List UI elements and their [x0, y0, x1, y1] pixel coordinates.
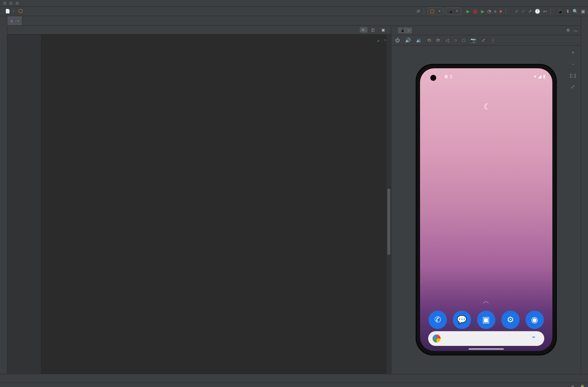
- more-icon[interactable]: ⋮: [491, 37, 495, 43]
- camera-cutout: [430, 75, 436, 81]
- zoom-fit-icon[interactable]: 1:1: [569, 73, 576, 79]
- dock-hint-icon[interactable]: ︿: [420, 297, 552, 305]
- coverage-icon[interactable]: ▶: [481, 9, 484, 14]
- chevron-down-icon: ▼: [456, 10, 459, 13]
- view-code-button[interactable]: ≡: [360, 27, 368, 33]
- min-dot[interactable]: [9, 1, 13, 5]
- emulator-device-tab[interactable]: 📱 ×: [398, 28, 412, 33]
- left-tool-strip: [0, 16, 7, 374]
- volume-down-icon[interactable]: 🔉: [416, 37, 422, 43]
- close-icon[interactable]: ×: [17, 19, 19, 23]
- notification-icon: ◍: [444, 74, 448, 79]
- emulator-header: 📱 × ⚙ —: [391, 26, 581, 35]
- git-rollback-icon[interactable]: ↩: [543, 9, 547, 14]
- gesture-bar[interactable]: [469, 348, 504, 350]
- battery-icon: ▮: [543, 74, 546, 79]
- google-icon: [433, 334, 441, 343]
- device-select[interactable]: 📱 ▼: [446, 8, 461, 15]
- git-branch[interactable]: ⎇: [569, 384, 574, 387]
- minimize-icon[interactable]: —: [574, 28, 578, 33]
- run-config-select[interactable]: ▼: [428, 8, 444, 15]
- split-icon: ◫: [371, 28, 374, 32]
- right-tool-strip: [581, 16, 588, 374]
- home-date: ☾: [420, 102, 552, 112]
- rotate-right-icon[interactable]: ⟳: [436, 37, 440, 43]
- code-icon: ≡: [362, 28, 364, 32]
- view-design-button[interactable]: ▣: [379, 27, 388, 33]
- zoom-in-icon[interactable]: ＋: [570, 49, 576, 56]
- code-editor[interactable]: ✔ ⌃ ⌄: [7, 35, 391, 374]
- profile-icon[interactable]: ◔: [487, 9, 491, 14]
- run-icon[interactable]: ▶: [466, 9, 470, 14]
- code-pane: ≡ ◫ ▣ ✔ ⌃ ⌄: [7, 26, 391, 374]
- emulator-pane: 📱 × ⚙ — ⏻ 🔊 🔉 ⟲ ⟳ ◁ ○ □: [391, 26, 581, 374]
- signal-icon: ◢: [538, 74, 541, 79]
- git-commit-icon[interactable]: ✓: [521, 9, 525, 14]
- device-screen[interactable]: ◍▯ ▾◢▮ ☾ ︿ ✆ 💬 ▣: [420, 68, 552, 351]
- gear-icon[interactable]: ⚙: [566, 28, 570, 33]
- rotate-left-icon[interactable]: ⟲: [427, 37, 431, 43]
- line-numbers: [7, 35, 28, 374]
- git-history-icon[interactable]: 🕐: [535, 9, 540, 14]
- check-icon: ✔: [377, 36, 380, 46]
- kotlin-file-icon: ◆: [10, 19, 13, 23]
- scrollbar-thumb[interactable]: [387, 189, 390, 255]
- zoom-out-icon[interactable]: －: [570, 61, 576, 68]
- run-actions: ▶ 🐞 ▶ ◔ ⎆ ■: [466, 9, 502, 14]
- scrollbar[interactable]: [387, 35, 391, 374]
- home-icon[interactable]: ○: [454, 37, 457, 43]
- volume-up-icon[interactable]: 🔊: [405, 37, 411, 43]
- phone-icon: 📱: [448, 9, 453, 13]
- settings-icon[interactable]: ▣: [581, 9, 585, 14]
- code-body[interactable]: ✔ ⌃ ⌄: [40, 35, 391, 374]
- stop-icon[interactable]: ■: [499, 9, 502, 14]
- overview-icon[interactable]: □: [462, 37, 465, 43]
- lock-icon[interactable]: 🔒: [580, 384, 585, 387]
- git-update-icon[interactable]: ✓: [515, 9, 519, 14]
- power-icon[interactable]: ⏻: [395, 37, 400, 43]
- wifi-icon: ▾: [534, 74, 536, 79]
- messages-app-icon[interactable]: 💬: [453, 311, 471, 329]
- attach-icon[interactable]: ⎆: [494, 9, 496, 14]
- search-icon[interactable]: 🔍: [573, 9, 578, 14]
- google-search-bar[interactable]: [428, 331, 544, 346]
- status-bar: ⎇ 🔒: [0, 383, 588, 387]
- editor-tabs: ◆ ×: [7, 16, 581, 26]
- chevron-up-icon[interactable]: ⌃: [384, 36, 387, 46]
- window-controls[interactable]: [3, 1, 19, 5]
- git-push-icon[interactable]: ↗: [528, 9, 532, 14]
- view-split-button[interactable]: ◫: [369, 27, 378, 33]
- phone-app-icon[interactable]: ✆: [429, 311, 447, 329]
- assistant-icon[interactable]: [533, 335, 540, 342]
- function-icon: [19, 9, 22, 13]
- zoom-icon[interactable]: ⤢: [481, 37, 485, 43]
- emulator-toolbar: ⏻ 🔊 🔉 ⟲ ⟳ ◁ ○ □ 📷 ⤢ ⋮: [391, 35, 581, 46]
- sdk-icon[interactable]: ⬇: [566, 9, 570, 14]
- gutter[interactable]: [28, 35, 40, 374]
- files-app-icon[interactable]: ▣: [477, 311, 495, 329]
- screenshot-icon[interactable]: 📷: [470, 37, 476, 43]
- main-toolbar: 📄 〉 ↺ ▼ 📱 ▼ ▶ 🐞 ▶ ◔ ⎆ ■ ✓ ✓ ↗ 🕐 ↩ 📱 ⬇ 🔍 …: [0, 7, 588, 16]
- android-status-bar: ◍▯ ▾◢▮: [441, 74, 546, 79]
- editor-area: ◆ × ≡ ◫ ▣ ✔: [7, 16, 581, 374]
- moon-icon: ☾: [484, 102, 491, 111]
- max-dot[interactable]: [15, 1, 19, 5]
- debug-icon[interactable]: 🐞: [473, 9, 478, 14]
- close-icon[interactable]: ×: [408, 28, 410, 33]
- title-bar: [0, 0, 588, 7]
- back-icon[interactable]: ◁: [445, 37, 449, 43]
- file-tab[interactable]: ◆ ×: [7, 16, 22, 25]
- compose-icon: [430, 10, 434, 13]
- avd-icon[interactable]: 📱: [557, 9, 563, 14]
- close-dot[interactable]: [3, 1, 7, 5]
- view-mode-bar: ≡ ◫ ▣: [7, 26, 391, 35]
- camera-app-icon[interactable]: ◉: [526, 311, 544, 329]
- sync-icon[interactable]: ↺: [416, 9, 420, 14]
- zoom-reset-icon[interactable]: ⤢: [571, 84, 575, 90]
- breadcrumb-file[interactable]: 📄: [5, 9, 10, 14]
- chevron-down-icon: ▼: [438, 10, 441, 13]
- settings-app-icon[interactable]: ⚙: [501, 311, 520, 329]
- emulator-zoom-controls: ＋ － 1:1 ⤢: [567, 48, 578, 372]
- breadcrumb-fn[interactable]: [19, 9, 24, 14]
- emulator-body: ◍▯ ▾◢▮ ☾ ︿ ✆ 💬 ▣: [391, 46, 581, 374]
